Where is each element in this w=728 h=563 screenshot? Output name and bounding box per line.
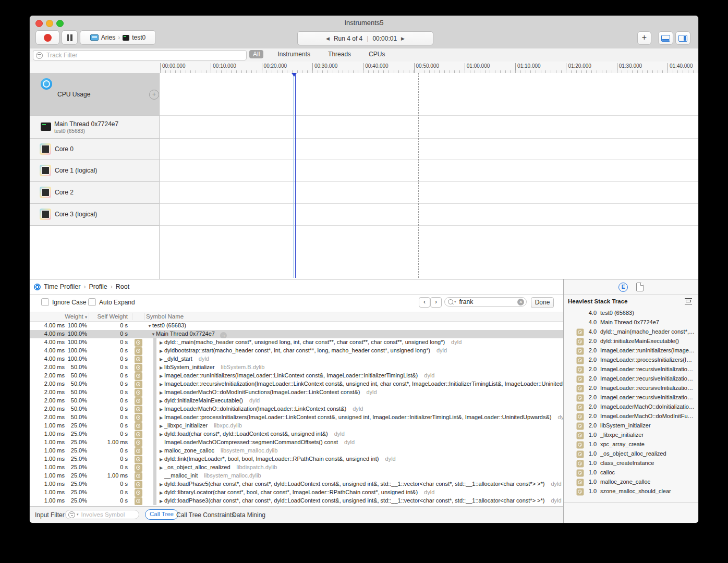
toggle-right-pane-button[interactable]: [675, 31, 690, 45]
disclosure-right-icon[interactable]: ▶: [160, 499, 164, 504]
table-row[interactable]: 2.00 ms50.0%0 s▶ImageLoader::recursiveIn…: [30, 380, 563, 388]
add-instrument-button[interactable]: +: [637, 31, 651, 45]
track-header-core[interactable]: Core 0: [30, 139, 159, 160]
breadcrumb-time-profiler[interactable]: Time Profiler: [44, 283, 80, 290]
stack-trace-row[interactable]: 2.0ImageLoader::recursiveInitialization(…: [564, 393, 698, 402]
track-header-core[interactable]: Core 2: [30, 182, 159, 204]
timeline-track-row[interactable]: [160, 204, 698, 226]
table-row[interactable]: 1.00 ms25.0%0 s▶dyld::loadPhase5(char co…: [30, 480, 563, 488]
table-row[interactable]: 4.00 ms100.0%0 s▼Main Thread 0x7724e7→: [30, 330, 563, 338]
table-row[interactable]: 1.00 ms25.0%0 s▶dyld::link(ImageLoader*,…: [30, 455, 563, 463]
previous-run-button[interactable]: ◀: [326, 36, 330, 41]
stack-trace-row[interactable]: 2.0ImageLoader::recursiveInitialization(…: [564, 384, 698, 393]
focus-thread-icon[interactable]: →: [220, 332, 227, 338]
table-row[interactable]: 2.00 ms50.0%0 s▶libSystem_initializerlib…: [30, 363, 563, 372]
table-row[interactable]: 4.00 ms100.0%0 s▶dyld::_main(macho_heade…: [30, 338, 563, 347]
disclosure-right-icon[interactable]: ▶: [160, 390, 164, 395]
timeline[interactable]: [159, 73, 698, 279]
table-row[interactable]: 1.00 ms25.0%0 s▶malloc_zone_calloclibsys…: [30, 447, 563, 455]
description-tab-icon[interactable]: [636, 283, 644, 291]
run-selector[interactable]: ◀ Run 4 of 4 | 00:00:01 ▶: [297, 31, 433, 45]
toggle-bottom-pane-button[interactable]: [658, 31, 673, 45]
track-header-thread[interactable]: Main Thread 0x7724e7test0 (65683): [30, 116, 159, 139]
breadcrumb-profile[interactable]: Profile: [89, 283, 107, 290]
table-row[interactable]: 1.00 ms25.0%1.00 ms▶__malloc_initlibsyst…: [30, 472, 563, 480]
timeline-track-row[interactable]: [160, 160, 698, 182]
disclosure-right-icon[interactable]: ▶: [160, 357, 164, 362]
column-self-weight[interactable]: Self Weight: [90, 313, 128, 320]
find-next-button[interactable]: ›: [430, 297, 442, 308]
add-track-button[interactable]: +: [149, 90, 159, 100]
track-header-core[interactable]: Core 3 (logical): [30, 204, 159, 226]
auto-expand-checkbox[interactable]: Auto Expand: [88, 298, 135, 306]
timeline-ruler[interactable]: 00:00.00000:10.00000:20.00000:30.00000:4…: [30, 62, 698, 74]
disclosure-right-icon[interactable]: ▶: [160, 349, 164, 353]
disclosure-down-icon[interactable]: ▼: [148, 324, 152, 328]
disclosure-right-icon[interactable]: ▶: [160, 449, 164, 454]
stack-trace-row[interactable]: 2.0ImageLoaderMachO::doInitialization(Im…: [564, 402, 698, 412]
disclosure-right-icon[interactable]: ▶: [160, 457, 164, 462]
stack-trace-row[interactable]: 1.0class_createInstance: [564, 459, 698, 468]
stack-collapse-icon[interactable]: [685, 298, 692, 304]
stack-trace-row[interactable]: 2.0ImageLoader::recursiveInitialization(…: [564, 374, 698, 384]
table-row[interactable]: 2.00 ms50.0%0 s▶ImageLoaderMachO::doModI…: [30, 388, 563, 397]
filter-menu-chevron-icon[interactable]: ▾: [77, 512, 79, 517]
disclosure-right-icon[interactable]: ▶: [160, 407, 164, 412]
stack-trace-row[interactable]: 1.0xpc_array_create: [564, 440, 698, 449]
timeline-track-row[interactable]: [160, 139, 698, 160]
search-field[interactable]: ▾ ✕: [444, 297, 527, 307]
tab-threads[interactable]: Threads: [324, 50, 355, 58]
disclosure-right-icon[interactable]: ▶: [160, 399, 164, 403]
next-run-button[interactable]: ▶: [401, 36, 405, 41]
disclosure-right-icon[interactable]: ▶: [160, 432, 164, 437]
data-mining-button[interactable]: Data Mining: [232, 511, 265, 519]
disclosure-right-icon[interactable]: ▶: [160, 482, 164, 487]
clear-search-icon[interactable]: ✕: [517, 299, 524, 305]
table-row[interactable]: 1.00 ms25.0%0 s▶dyld::libraryLocator(cha…: [30, 488, 563, 497]
stack-trace-row[interactable]: 2.0dyld::initializeMainExecutable(): [564, 337, 698, 346]
breadcrumb-root[interactable]: Root: [116, 283, 129, 290]
table-row[interactable]: 2.00 ms50.0%0 s▶ImageLoaderMachO::doInit…: [30, 405, 563, 413]
disclosure-right-icon[interactable]: ▶: [160, 382, 164, 387]
stack-trace-row[interactable]: 1.0_libxpc_initializer: [564, 431, 698, 440]
disclosure-right-icon[interactable]: ▶: [160, 374, 164, 378]
track-filter-input[interactable]: [45, 51, 220, 59]
disclosure-right-icon[interactable]: ▶: [160, 340, 164, 345]
call-tree-button[interactable]: Call Tree: [145, 509, 178, 520]
tab-cpus[interactable]: CPUs: [365, 50, 389, 58]
playhead-line[interactable]: [295, 73, 296, 278]
playhead-flag-icon[interactable]: [292, 73, 297, 77]
symbol-filter-field[interactable]: ▾: [65, 510, 139, 519]
track-filter-field[interactable]: [33, 50, 247, 60]
call-tree-constraints-button[interactable]: Call Tree Constraints: [176, 511, 235, 519]
stack-trace-row[interactable]: 4.0dyld::_main(macho_header const*, unsi…: [564, 327, 698, 337]
disclosure-right-icon[interactable]: ▶: [160, 491, 164, 495]
table-row[interactable]: 2.00 ms50.0%0 s▶ImageLoader::runInitiali…: [30, 372, 563, 380]
column-symbol-name[interactable]: Symbol Name: [146, 313, 184, 320]
stack-trace-row[interactable]: 2.0ImageLoader::runInitializers(ImageLoa…: [564, 346, 698, 356]
stack-trace-row[interactable]: 1.0malloc_zone_calloc: [564, 478, 698, 487]
column-weight[interactable]: Weight ▾: [30, 313, 87, 320]
disclosure-right-icon[interactable]: ▶: [160, 424, 164, 429]
stack-trace-row[interactable]: 1.0szone_malloc_should_clear: [564, 487, 698, 496]
table-row[interactable]: 2.00 ms50.0%0 s▶ImageLoader::processInit…: [30, 413, 563, 422]
stack-trace-row[interactable]: 1.0_os_object_alloc_realized: [564, 449, 698, 459]
record-button[interactable]: [35, 30, 59, 45]
tab-all[interactable]: All: [249, 50, 263, 58]
table-row[interactable]: 4.00 ms100.0%0 s▼test0 (65683): [30, 322, 563, 330]
disclosure-right-icon[interactable]: ▶: [160, 415, 164, 420]
timeline-track-row[interactable]: [160, 116, 698, 139]
pause-button[interactable]: [62, 30, 78, 45]
track-header-core[interactable]: Core 1 (logical): [30, 160, 159, 182]
find-previous-button[interactable]: ‹: [419, 297, 430, 308]
stack-trace-row[interactable]: 4.0test0 (65683): [564, 309, 698, 318]
stack-trace-row[interactable]: 1.0calloc: [564, 468, 698, 478]
table-row[interactable]: 1.00 ms25.0%0 s▶dyld::load(char const*, …: [30, 430, 563, 438]
table-row[interactable]: 1.00 ms25.0%1.00 ms▶ImageLoaderMachOComp…: [30, 438, 563, 447]
stack-trace-row[interactable]: 4.0Main Thread 0x7724e7: [564, 318, 698, 327]
extended-detail-tab-icon[interactable]: E: [618, 283, 628, 292]
timeline-track-row[interactable]: [160, 73, 698, 116]
table-row[interactable]: 1.00 ms25.0%0 s▶_os_object_alloc_realize…: [30, 463, 563, 472]
table-row[interactable]: 4.00 ms100.0%0 s▶dyldbootstrap::start(ma…: [30, 347, 563, 355]
table-row[interactable]: 1.00 ms25.0%0 s▶_libxpc_initializerlibxp…: [30, 422, 563, 430]
